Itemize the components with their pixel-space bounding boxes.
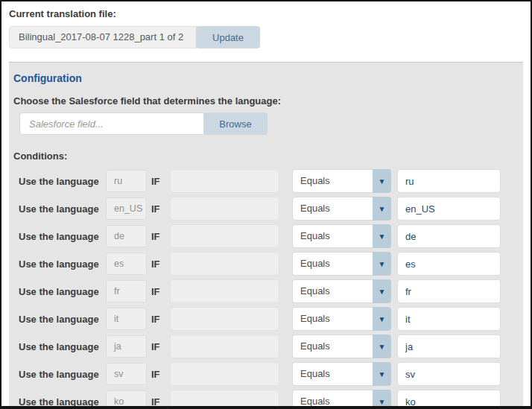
condition-field-input[interactable] [170,335,279,358]
operator-dropdown[interactable]: Equals ▼ [292,224,391,248]
language-code-box: it [106,308,147,330]
use-language-label: Use the language [19,314,106,325]
use-language-label: Use the language [19,176,106,187]
if-label: IF [151,203,170,215]
condition-field-input[interactable] [170,362,279,386]
condition-value-input[interactable] [397,197,501,221]
language-code-box: fr [106,280,147,302]
use-language-label: Use the language [19,286,106,297]
use-language-label: Use the language [19,341,106,352]
conditions-label: Conditions: [13,150,519,162]
operator-selected-value: Equals [292,390,373,409]
operator-selected-value: Equals [292,169,373,193]
condition-value-input[interactable] [397,362,501,386]
use-language-label: Use the language [19,259,106,270]
operator-selected-value: Equals [292,279,373,303]
salesforce-field-row: Browse [19,112,519,135]
if-label: IF [151,341,170,352]
field-chooser-label: Choose the Salesforce field that determi… [13,95,519,107]
current-file-row: Bilingual_2017-08-07 1228_part 1 of 2 Up… [9,26,523,48]
update-button[interactable]: Update [196,26,260,48]
dropdown-arrow-icon[interactable]: ▼ [373,169,391,193]
dropdown-arrow-icon[interactable]: ▼ [373,390,391,409]
configuration-title: Configuration [13,72,519,84]
if-label: IF [151,176,170,187]
language-code-box: en_US [106,197,147,220]
dropdown-arrow-icon[interactable]: ▼ [373,224,391,248]
current-file-value: Bilingual_2017-08-07 1228_part 1 of 2 [9,26,198,48]
condition-row: Use the language ja IF Equals ▼ [19,335,519,358]
use-language-label: Use the language [19,369,106,380]
operator-dropdown[interactable]: Equals ▼ [292,390,391,409]
language-code-box: ru [106,170,147,192]
operator-dropdown[interactable]: Equals ▼ [292,335,391,358]
language-code-box: de [106,225,147,247]
if-label: IF [151,314,170,325]
if-label: IF [151,396,170,408]
dropdown-arrow-icon[interactable]: ▼ [373,279,391,303]
use-language-label: Use the language [19,396,106,408]
use-language-label: Use the language [19,203,106,215]
operator-selected-value: Equals [292,197,373,221]
language-code-box: sv [106,363,147,385]
dropdown-arrow-icon[interactable]: ▼ [373,197,391,221]
configuration-panel: Configuration Choose the Salesforce fiel… [9,63,523,409]
condition-field-input[interactable] [170,169,279,193]
condition-field-input[interactable] [170,307,279,331]
operator-dropdown[interactable]: Equals ▼ [292,307,391,331]
condition-value-input[interactable] [397,307,501,331]
language-code-box: es [106,253,147,275]
condition-field-input[interactable] [170,390,279,409]
if-label: IF [151,259,170,270]
condition-value-input[interactable] [397,335,501,358]
operator-dropdown[interactable]: Equals ▼ [292,197,391,221]
condition-row: Use the language en_US IF Equals ▼ [19,197,519,221]
condition-value-input[interactable] [397,224,501,248]
dropdown-arrow-icon[interactable]: ▼ [373,307,391,331]
operator-dropdown[interactable]: Equals ▼ [292,169,391,193]
condition-row: Use the language ko IF Equals ▼ [19,390,519,409]
operator-dropdown[interactable]: Equals ▼ [292,279,391,303]
salesforce-field-input[interactable] [19,112,206,135]
condition-field-input[interactable] [170,252,279,276]
operator-selected-value: Equals [292,307,373,331]
condition-field-input[interactable] [170,224,279,248]
current-file-section: Current translation file: Bilingual_2017… [9,1,523,48]
conditions-list: Use the language ru IF Equals ▼ Use the … [19,169,519,409]
condition-value-input[interactable] [397,279,501,303]
condition-row: Use the language de IF Equals ▼ [19,224,519,248]
condition-row: Use the language fr IF Equals ▼ [19,279,519,303]
operator-selected-value: Equals [292,335,373,358]
condition-row: Use the language it IF Equals ▼ [19,307,519,331]
operator-selected-value: Equals [292,252,373,276]
condition-row: Use the language es IF Equals ▼ [19,252,519,276]
dropdown-arrow-icon[interactable]: ▼ [373,335,391,358]
current-file-label: Current translation file: [9,8,523,19]
translation-settings-window: Current translation file: Bilingual_2017… [0,0,532,409]
condition-value-input[interactable] [397,390,501,409]
condition-field-input[interactable] [170,197,279,221]
condition-row: Use the language ru IF Equals ▼ [19,169,519,193]
operator-dropdown[interactable]: Equals ▼ [292,362,391,386]
if-label: IF [151,231,170,242]
if-label: IF [151,369,170,380]
operator-dropdown[interactable]: Equals ▼ [292,252,391,276]
if-label: IF [151,286,170,297]
language-code-box: ko [106,390,147,409]
condition-value-input[interactable] [397,252,501,276]
condition-row: Use the language sv IF Equals ▼ [19,362,519,386]
operator-selected-value: Equals [292,362,373,386]
condition-field-input[interactable] [170,279,279,303]
browse-button[interactable]: Browse [203,112,267,135]
dropdown-arrow-icon[interactable]: ▼ [373,252,391,276]
dropdown-arrow-icon[interactable]: ▼ [373,362,391,386]
operator-selected-value: Equals [292,224,373,248]
language-code-box: ja [106,335,147,358]
use-language-label: Use the language [19,231,106,242]
condition-value-input[interactable] [397,169,501,193]
